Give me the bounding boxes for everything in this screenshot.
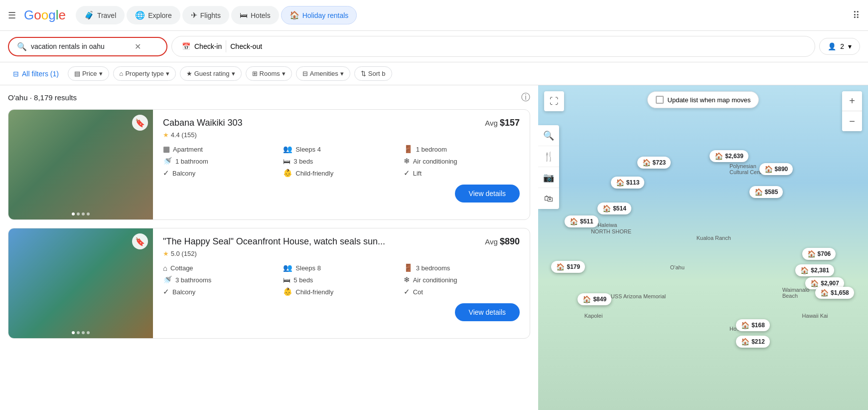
map-pin-585[interactable]: 🏠$585 <box>749 186 783 198</box>
fullscreen-button[interactable]: ⛶ <box>544 91 564 111</box>
price-chevron-icon: ▾ <box>99 70 103 77</box>
attr-bedroom-2: 🚪3 bedrooms <box>404 263 520 272</box>
filter-chip-guest-rating[interactable]: ★ Guest rating ▾ <box>180 66 242 81</box>
nav-tab-travel-label: Travel <box>97 11 116 19</box>
map-label-waimanalo: WaimanaloBeach <box>782 287 810 299</box>
image-dots-2 <box>72 331 90 334</box>
rooms-label: Rooms <box>260 70 280 77</box>
guest-rating-icon: ★ <box>186 70 192 77</box>
amenities-label: Amenities <box>310 70 338 77</box>
filter-chip-property-type[interactable]: ⌂ Property type ▾ <box>113 66 176 81</box>
flights-icon: ✈ <box>191 10 197 20</box>
dot-2 <box>77 212 80 215</box>
view-details-button-cabana[interactable]: View details <box>455 185 520 203</box>
guest-field[interactable]: 👤 2 ▾ <box>819 38 860 55</box>
map-pin-890[interactable]: 🏠$890 <box>759 163 793 175</box>
guest-count: 2 <box>840 42 844 50</box>
map-label-oahu: O'ahu <box>670 264 685 270</box>
nav-tab-flights[interactable]: ✈ Flights <box>182 6 229 24</box>
view-details-button-happy-seal[interactable]: View details <box>455 303 520 321</box>
map-icon-restaurant[interactable]: 🍴 <box>538 146 559 167</box>
hamburger-menu[interactable]: ☰ <box>8 10 16 21</box>
holiday-rentals-icon: 🏠 <box>289 10 299 20</box>
nav-tab-hotels[interactable]: 🛏 Hotels <box>231 6 279 24</box>
update-list-toggle[interactable]: Update list when map moves <box>647 91 759 108</box>
search-field[interactable]: 🔍 ✕ <box>8 37 167 56</box>
attr-beds: 🛏3 beds <box>283 157 399 166</box>
nav-tab-travel[interactable]: 🧳 Travel <box>76 6 125 24</box>
results-count: 8,179 results <box>34 93 77 102</box>
nav-tab-explore[interactable]: 🌐 Explore <box>127 6 180 24</box>
listing-attrs-cabana: ▦Apartment 👥Sleeps 4 🚪1 bedroom 🚿1 bathr… <box>163 145 520 178</box>
listing-header-happy-seal: "The Happy Seal" Oceanfront House, watch… <box>163 236 520 247</box>
attr-lift: ✓Lift <box>404 169 520 178</box>
listing-image-happy-seal: 🔖 <box>8 228 153 338</box>
save-button-happy-seal[interactable]: 🔖 <box>132 233 148 249</box>
all-filters-button[interactable]: ⊟ All filters (1) <box>8 67 64 81</box>
listing-rating-happy-seal: ★ 5.0 (152) <box>163 250 520 257</box>
map-pin-212[interactable]: 🏠$212 <box>736 336 770 348</box>
rooms-chevron: ▾ <box>282 70 286 77</box>
map-icon-camera[interactable]: 📷 <box>538 167 559 188</box>
nav-tab-holiday-rentals-label: Holiday rentals <box>302 11 349 19</box>
map-pin-514[interactable]: 🏠$514 <box>597 203 631 214</box>
update-list-label: Update list when map moves <box>668 96 751 104</box>
map-pin-706[interactable]: 🏠$706 <box>802 248 836 260</box>
dot-1 <box>72 331 75 334</box>
dot-3 <box>82 212 85 215</box>
map-icon-search[interactable]: 🔍 <box>538 125 559 146</box>
rating-value: 4.4 <box>171 131 180 139</box>
attr-bedroom: 🚪1 bedroom <box>404 145 520 154</box>
map-pin-2639[interactable]: 🏠$2,639 <box>710 150 748 162</box>
nav-tab-holiday-rentals[interactable]: 🏠 Holiday rentals <box>281 6 357 24</box>
map-pin-2381[interactable]: 🏠$2,381 <box>795 264 834 276</box>
nav-tab-explore-label: Explore <box>148 11 171 19</box>
map-pin-179[interactable]: 🏠$179 <box>551 261 585 273</box>
results-location: O'ahu <box>8 93 28 102</box>
attr-ac-2: ❄Air conditioning <box>404 275 520 284</box>
checkin-placeholder: Check-in <box>194 42 222 50</box>
nav-tab-flights-label: Flights <box>200 11 221 19</box>
map-pin-723[interactable]: 🏠$723 <box>637 157 671 169</box>
sort-label: Sort b <box>368 70 386 77</box>
rating-value-2: 5.0 <box>171 250 180 257</box>
update-list-checkbox[interactable] <box>656 96 664 104</box>
filter-chip-price[interactable]: ▤ Price ▾ <box>68 66 109 81</box>
avg-label-2: Avg <box>485 237 498 246</box>
clear-button[interactable]: ✕ <box>135 42 141 51</box>
dot-4 <box>87 331 90 334</box>
guest-rating-label: Guest rating <box>194 70 230 77</box>
map-pin-168[interactable]: 🏠$168 <box>736 319 770 331</box>
map-label-kapolei: Kapolei <box>584 313 603 319</box>
listing-info-happy-seal: "The Happy Seal" Oceanfront House, watch… <box>153 228 530 338</box>
info-icon[interactable]: ⓘ <box>521 91 530 103</box>
attr-type-2: ⌂Cottage <box>163 263 279 272</box>
apps-grid-icon[interactable]: ⠿ <box>853 9 860 21</box>
zoom-in-button[interactable]: + <box>842 91 862 111</box>
search-bar: 🔍 ✕ 📅 Check-in Check-out 👤 2 ▾ <box>0 31 868 62</box>
map-pin-511[interactable]: 🏠$511 <box>565 215 598 227</box>
star-icon: ★ <box>163 131 169 139</box>
map-label-uss: USS Arizona Memorial <box>611 293 666 299</box>
travel-icon: 🧳 <box>84 10 94 20</box>
zoom-out-button[interactable]: − <box>842 111 862 131</box>
nav-tab-hotels-label: Hotels <box>251 11 271 19</box>
map-panel[interactable]: ⛶ Update list when map moves + − 🔍 🍴 📷 🛍 <box>538 85 868 410</box>
search-input[interactable] <box>31 42 131 50</box>
dot-4 <box>87 212 90 215</box>
save-button-cabana[interactable]: 🔖 <box>132 115 148 131</box>
property-type-icon: ⌂ <box>120 70 124 77</box>
map-icon-shopping[interactable]: 🛍 <box>538 188 559 209</box>
filter-chip-sort[interactable]: ⇅ Sort b <box>354 66 392 81</box>
map-pin-1658[interactable]: 🏠$1,658 <box>815 287 854 299</box>
results-location-count: O'ahu · 8,179 results <box>8 93 77 102</box>
filter-chip-rooms[interactable]: ⊞ Rooms ▾ <box>246 66 292 81</box>
avg-label: Avg <box>485 119 498 127</box>
listing-price-cabana: Avg $157 <box>485 118 520 128</box>
filter-chip-amenities[interactable]: ⊟ Amenities ▾ <box>296 66 350 81</box>
map-pin-113[interactable]: 🏠$113 <box>611 177 645 189</box>
map-pin-849[interactable]: 🏠$849 <box>578 293 611 305</box>
image-dots <box>72 212 90 215</box>
date-checkin-field[interactable]: 📅 Check-in Check-out <box>171 36 815 57</box>
attr-child: 👶Child-friendly <box>283 169 399 178</box>
